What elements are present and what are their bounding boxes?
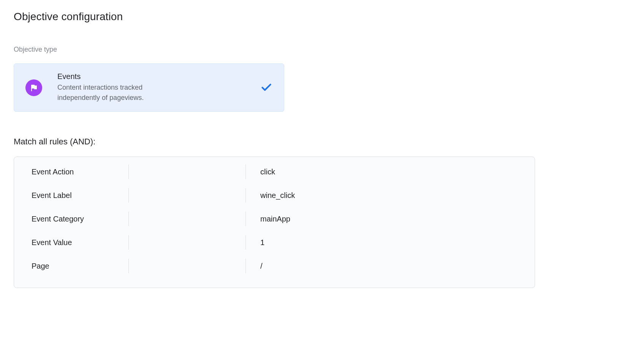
flag-icon [25,79,42,96]
rule-value: 1 [246,238,535,247]
rule-name: Event Value [14,238,129,247]
page-title: Objective configuration [14,11,610,23]
rule-value: wine_click [246,191,535,200]
rule-name: Page [14,262,129,271]
objective-type-label: Objective type [14,46,610,54]
check-icon [260,81,272,94]
rules-heading: Match all rules (AND): [14,137,610,147]
rule-name: Event Action [14,168,129,176]
rule-row: Event Value 1 [14,231,535,254]
rule-value: mainApp [246,215,535,223]
rule-row: Page / [14,254,535,278]
rule-row: Event Label wine_click [14,184,535,207]
objective-type-text: Events Content interactions tracked inde… [57,72,253,103]
rules-box: Event Action click Event Label wine_clic… [14,157,535,288]
rule-name: Event Label [14,191,129,200]
rule-name: Event Category [14,215,129,223]
rule-row: Event Category mainApp [14,207,535,231]
objective-type-title: Events [57,72,253,81]
rule-value: / [246,262,535,271]
rule-row: Event Action click [14,160,535,184]
objective-type-description: Content interactions tracked independent… [57,82,187,103]
objective-type-card[interactable]: Events Content interactions tracked inde… [14,63,284,112]
rule-value: click [246,168,535,176]
